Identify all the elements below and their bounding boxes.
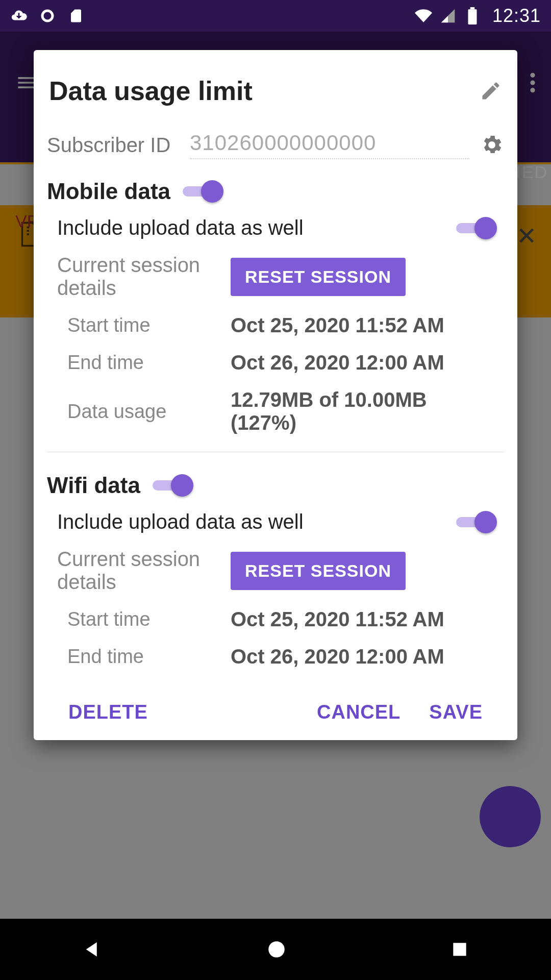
sd-card-icon	[67, 7, 85, 24]
recent-apps-icon[interactable]	[450, 940, 469, 959]
mobile-start-value: Oct 25, 2020 11:52 AM	[231, 314, 494, 337]
svg-rect-7	[454, 943, 466, 955]
wifi-data-toggle[interactable]	[153, 475, 190, 496]
save-button[interactable]: SAVE	[415, 691, 497, 733]
mobile-reset-session-button[interactable]: RESET SESSION	[231, 258, 406, 296]
mobile-end-label: End time	[57, 352, 231, 374]
mobile-usage-value: 12.79MB of 10.00MB (127%)	[231, 388, 494, 434]
android-nav-bar	[0, 919, 551, 980]
mobile-end-value: Oct 26, 2020 12:00 AM	[231, 351, 494, 374]
wifi-reset-session-button[interactable]: RESET SESSION	[231, 552, 406, 590]
svg-point-4	[530, 80, 535, 85]
delete-button[interactable]: DELETE	[54, 691, 162, 733]
status-clock: 12:31	[492, 5, 541, 27]
divider	[47, 452, 504, 452]
wifi-start-label: Start time	[57, 608, 231, 630]
wifi-start-value: Oct 25, 2020 11:52 AM	[231, 608, 494, 631]
mobile-usage-label: Data usage	[57, 401, 231, 423]
wifi-include-upload-toggle[interactable]	[456, 512, 494, 532]
mobile-start-label: Start time	[57, 314, 231, 336]
mobile-include-upload-label: Include upload data as well	[57, 216, 444, 239]
mobile-include-upload-toggle[interactable]	[456, 218, 494, 238]
svg-rect-1	[468, 9, 477, 24]
cloud-download-icon	[10, 7, 28, 24]
wifi-end-label: End time	[57, 646, 231, 668]
battery-icon	[464, 7, 481, 24]
cell-signal-icon	[439, 7, 457, 24]
svg-point-0	[42, 11, 53, 21]
overflow-icon	[530, 71, 536, 94]
edit-icon[interactable]	[480, 80, 502, 102]
wifi-include-upload-label: Include upload data as well	[57, 510, 444, 533]
wifi-icon	[415, 7, 432, 24]
wifi-data-title: Wifi data	[47, 473, 140, 498]
fab	[480, 786, 541, 847]
back-icon[interactable]	[82, 939, 103, 960]
mobile-data-title: Mobile data	[47, 179, 170, 204]
cancel-button[interactable]: CANCEL	[303, 691, 415, 733]
wifi-end-value: Oct 26, 2020 12:00 AM	[231, 645, 494, 668]
svg-point-5	[530, 88, 535, 92]
gear-icon[interactable]	[480, 133, 504, 157]
mobile-data-toggle[interactable]	[183, 181, 220, 202]
circle-icon	[39, 7, 56, 24]
svg-point-3	[530, 73, 535, 78]
subscriber-id-value: 310260000000000	[190, 131, 469, 155]
mobile-session-label: Current session details	[57, 254, 231, 300]
subscriber-id-label: Subscriber ID	[47, 134, 180, 157]
data-usage-dialog: Data usage limit Subscriber ID 310260000…	[34, 50, 517, 740]
close-icon: ✕	[516, 222, 537, 250]
subscriber-id-input[interactable]: 310260000000000	[190, 131, 469, 159]
svg-rect-2	[470, 7, 475, 9]
dialog-title: Data usage limit	[49, 76, 480, 106]
status-bar: 12:31	[0, 0, 551, 32]
svg-point-6	[268, 941, 285, 958]
home-icon[interactable]	[266, 939, 287, 960]
wifi-session-label: Current session details	[57, 548, 231, 594]
